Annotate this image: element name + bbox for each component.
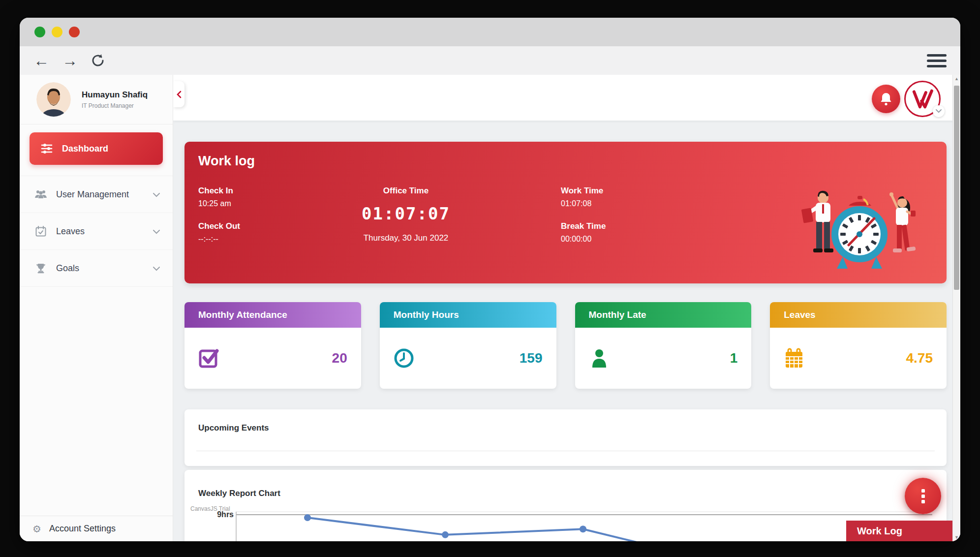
office-time-value: 01:07:07 xyxy=(322,204,490,223)
sliders-icon xyxy=(40,143,53,154)
worklog-illustration xyxy=(801,183,919,278)
office-time-label: Office Time xyxy=(322,186,490,196)
check-in-value: 10:25 am xyxy=(198,199,240,208)
scroll-up-arrow[interactable]: ▲ xyxy=(953,75,960,83)
traffic-light-red[interactable] xyxy=(69,27,80,37)
reload-icon[interactable] xyxy=(91,53,105,68)
sidebar-item-user-management[interactable]: User Management xyxy=(20,176,173,213)
avatar xyxy=(36,82,71,117)
collapse-chevron-icon xyxy=(177,91,182,98)
browser-toolbar: ← → xyxy=(20,46,960,75)
main-content: Work log Check In 10:25 am Check Out --:… xyxy=(173,75,960,541)
chevron-down-icon xyxy=(153,226,160,237)
titlebar xyxy=(20,18,960,46)
sidebar-item-label: Leaves xyxy=(56,226,85,237)
chevron-down-icon[interactable] xyxy=(933,105,945,117)
worklog-checkin-column: Check In 10:25 am Check Out --:--:-- xyxy=(198,186,240,244)
worklog-worktime-column: Work Time 01:07:08 Break Time 00:00:00 xyxy=(561,186,606,244)
bell-icon xyxy=(880,92,892,106)
weekly-report-title: Weekly Report Chart xyxy=(198,489,280,498)
checkbox-check-icon xyxy=(198,348,219,369)
traffic-light-green[interactable] xyxy=(34,27,45,37)
weekly-report-card: Weekly Report Chart CanvasJS Trial 9hrs … xyxy=(184,470,947,541)
brand-logo xyxy=(911,88,934,110)
stat-value: 159 xyxy=(520,350,543,366)
gear-icon: ⚙ xyxy=(32,524,41,534)
work-time-label: Work Time xyxy=(561,186,606,196)
work-time-value: 01:07:08 xyxy=(561,199,606,208)
trophy-icon xyxy=(34,263,47,274)
sidebar-collapse-button[interactable] xyxy=(173,81,184,107)
sidebar-item-goals[interactable]: Goals xyxy=(20,250,173,287)
stat-title: Monthly Hours xyxy=(380,302,556,328)
check-out-value: --:--:-- xyxy=(198,235,240,244)
browser-window: ← → Humayun Shafiq xyxy=(20,18,960,541)
calendar-icon xyxy=(784,348,804,369)
y-tick-8hrs: 8hrs xyxy=(194,540,234,541)
chevron-down-icon xyxy=(153,263,160,274)
traffic-light-yellow[interactable] xyxy=(52,27,62,37)
profile-text: Humayun Shafiq IT Product Manager xyxy=(82,90,148,109)
scroll-down-arrow[interactable]: ▼ xyxy=(953,533,960,541)
stat-value: 4.75 xyxy=(906,350,933,366)
worklog-title: Work log xyxy=(198,154,255,169)
person-icon xyxy=(589,348,610,369)
worklog-card: Work log Check In 10:25 am Check Out --:… xyxy=(184,142,947,283)
stat-card-monthly-hours: Monthly Hours 159 xyxy=(380,302,556,389)
clock-icon xyxy=(394,348,414,369)
check-out-label: Check Out xyxy=(198,221,240,231)
sidebar-profile: Humayun Shafiq IT Product Manager xyxy=(20,75,173,124)
kebab-menu-icon xyxy=(921,500,925,503)
sidebar-item-dashboard[interactable]: Dashboard xyxy=(30,132,163,165)
stat-card-monthly-attendance: Monthly Attendance 20 xyxy=(184,302,361,389)
stat-card-leaves: Leaves 4.75 xyxy=(770,302,947,389)
stat-title: Monthly Attendance xyxy=(184,302,361,328)
users-icon xyxy=(34,189,47,199)
stat-value: 1 xyxy=(730,350,738,366)
weekly-report-line-chart xyxy=(184,470,947,541)
kebab-menu-icon xyxy=(921,489,925,493)
y-tick-9hrs: 9hrs xyxy=(194,510,234,519)
calendar-check-icon xyxy=(34,226,47,237)
sidebar-item-label: Account Settings xyxy=(49,524,116,534)
work-log-button[interactable]: Work Log xyxy=(846,521,957,541)
scrollbar-thumb[interactable] xyxy=(954,86,959,290)
sidebar-item-leaves[interactable]: Leaves xyxy=(20,213,173,250)
sidebar-item-label: User Management xyxy=(56,189,129,200)
upcoming-events-card: Upcoming Events xyxy=(184,409,947,466)
sidebar: Humayun Shafiq IT Product Manager Das xyxy=(20,75,173,541)
sidebar-item-label: Dashboard xyxy=(62,144,108,154)
stat-title: Monthly Late xyxy=(575,302,752,328)
menu-icon[interactable] xyxy=(927,54,947,67)
check-in-label: Check In xyxy=(198,186,240,196)
notifications-button[interactable] xyxy=(872,85,900,113)
nav-active-wrap: Dashboard xyxy=(20,124,173,176)
worklog-date: Thursday, 30 Jun 2022 xyxy=(322,233,490,243)
break-time-value: 00:00:00 xyxy=(561,235,606,244)
worklog-office-time-column: Office Time 01:07:07 Thursday, 30 Jun 20… xyxy=(322,186,490,243)
user-name: Humayun Shafiq xyxy=(82,90,148,100)
scrollbar: ▲ ▼ xyxy=(952,75,960,541)
stat-card-monthly-late: Monthly Late 1 xyxy=(575,302,752,389)
break-time-label: Break Time xyxy=(561,221,606,231)
stat-value: 20 xyxy=(332,350,347,366)
upcoming-events-title: Upcoming Events xyxy=(198,423,269,433)
stat-title: Leaves xyxy=(770,302,947,328)
user-role: IT Product Manager xyxy=(82,102,148,109)
fab-button[interactable] xyxy=(905,478,941,514)
divider xyxy=(196,451,935,451)
forward-icon[interactable]: → xyxy=(62,53,78,68)
page-header xyxy=(173,75,960,121)
back-icon[interactable]: ← xyxy=(33,53,49,68)
app-shell: Humayun Shafiq IT Product Manager Das xyxy=(20,75,960,541)
sidebar-item-label: Goals xyxy=(56,263,79,274)
kebab-menu-icon xyxy=(921,495,925,498)
chevron-down-icon xyxy=(153,189,160,200)
stats-row: Monthly Attendance 20 Monthly Hours xyxy=(184,302,947,389)
sidebar-item-account-settings[interactable]: ⚙ Account Settings xyxy=(20,516,173,541)
